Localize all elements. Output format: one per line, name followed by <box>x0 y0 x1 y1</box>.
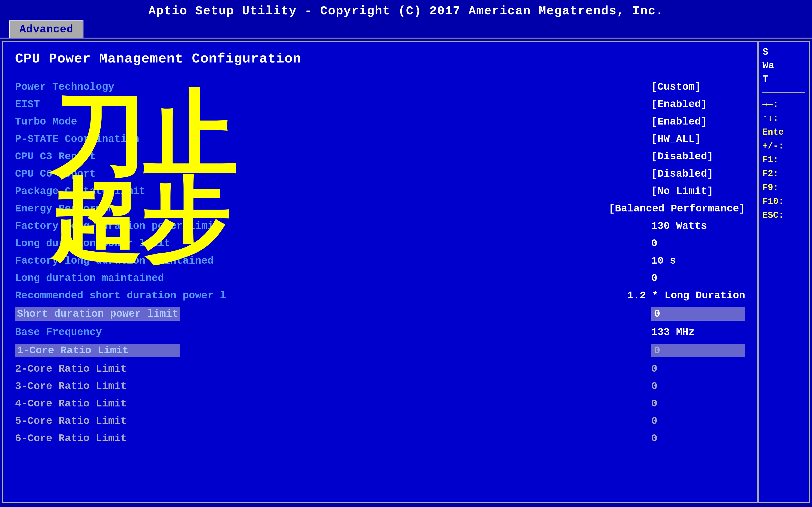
setting-value: 0 <box>651 272 745 284</box>
setting-label: Turbo Mode <box>15 116 180 127</box>
setting-label: 4-Core Ratio Limit <box>15 398 180 409</box>
sidebar-header2: Wa <box>762 60 805 71</box>
setting-label: Long duration power limit <box>15 237 180 249</box>
setting-value: 130 Watts <box>651 220 745 232</box>
tab-bar: Advanced <box>0 20 812 39</box>
key-name: +/-: <box>762 141 784 151</box>
table-row[interactable]: Recommended short duration power l 1.2 *… <box>15 287 745 304</box>
setting-value: 0 <box>651 237 745 249</box>
key-name: F9: <box>762 182 778 193</box>
setting-label: Power Technology <box>15 81 180 93</box>
setting-label: Factory long duration maintained <box>15 255 214 267</box>
table-row[interactable]: CPU C3 Report [Disabled] <box>15 148 745 165</box>
table-row[interactable]: EIST [Enabled] <box>15 96 745 113</box>
setting-value: [Balanced Performance] <box>609 203 745 215</box>
page-title: CPU Power Management Configuration <box>15 51 745 66</box>
sidebar-key-f2: F2: <box>762 169 805 179</box>
table-row[interactable]: 6-Core Ratio Limit 0 <box>15 430 745 447</box>
main-content: CPU Power Management Configuration 刀止 超步… <box>0 39 812 506</box>
table-row[interactable]: Factory long duration power limit 130 Wa… <box>15 217 745 235</box>
title-bar: Aptio Setup Utility - Copyright (C) 2017… <box>0 0 812 20</box>
sidebar-key-esc: ESC: <box>762 210 805 220</box>
key-name: Ente <box>762 127 784 137</box>
key-name: F2: <box>762 169 778 179</box>
table-row[interactable]: 5-Core Ratio Limit 0 <box>15 412 745 430</box>
setting-label: 2-Core Ratio Limit <box>15 363 180 375</box>
setting-label: Short duration power limit <box>15 307 180 321</box>
table-row[interactable]: P-STATE Coordination [HW_ALL] <box>15 130 745 148</box>
setting-label: Long duration maintained <box>15 272 180 284</box>
setting-label: Energy Performance <box>15 203 180 215</box>
sidebar-key-ud: ↑↓: <box>762 113 805 123</box>
sidebar-divider <box>762 92 805 93</box>
right-sidebar: S Wa T →←: ↑↓: Ente +/-: F1: F2: F9: F10… <box>758 41 810 503</box>
setting-label: 5-Core Ratio Limit <box>15 415 180 427</box>
setting-label: CPU C3 Report <box>15 151 180 162</box>
center-panel: CPU Power Management Configuration 刀止 超步… <box>2 41 758 503</box>
setting-value: 0 <box>651 433 745 444</box>
setting-value: 0 <box>651 307 745 321</box>
key-name: F1: <box>762 155 778 165</box>
sidebar-key-f1: F1: <box>762 155 805 165</box>
setting-value: 0 <box>651 415 745 427</box>
setting-value: 1.2 * Long Duration <box>627 290 745 301</box>
sidebar-header3: T <box>762 74 805 85</box>
table-row[interactable]: 1-Core Ratio Limit 0 <box>15 341 745 360</box>
table-row[interactable]: Base Frequency 133 MHz <box>15 324 745 341</box>
key-name: ESC: <box>762 210 784 220</box>
table-row[interactable]: 2-Core Ratio Limit 0 <box>15 360 745 378</box>
setting-label: 3-Core Ratio Limit <box>15 380 180 392</box>
setting-value: [Disabled] <box>651 168 745 180</box>
setting-label: 6-Core Ratio Limit <box>15 433 180 444</box>
sidebar-key-f9: F9: <box>762 182 805 193</box>
table-row[interactable]: CPU C6 report [Disabled] <box>15 165 745 182</box>
key-name: ↑↓: <box>762 113 778 123</box>
sidebar-key-nav: →←: <box>762 99 805 110</box>
setting-value: 10 s <box>651 255 745 267</box>
setting-value: 133 MHz <box>651 326 745 338</box>
setting-label: Factory long duration power limit <box>15 220 220 232</box>
table-row[interactable]: 4-Core Ratio Limit 0 <box>15 395 745 412</box>
setting-value: [Custom] <box>651 81 745 93</box>
setting-label: P-STATE Coordination <box>15 133 180 145</box>
title-text: Aptio Setup Utility - Copyright (C) 2017… <box>148 4 664 18</box>
setting-label: Base Frequency <box>15 326 180 338</box>
setting-value: [Disabled] <box>651 151 745 162</box>
setting-value: 0 <box>651 363 745 375</box>
setting-label: 1-Core Ratio Limit <box>15 344 180 357</box>
setting-label: EIST <box>15 99 180 110</box>
table-row[interactable]: Package C State limit [No Limit] <box>15 182 745 200</box>
table-row[interactable]: Long duration maintained 0 <box>15 270 745 287</box>
table-row[interactable]: Power Technology [Custom] <box>15 78 745 96</box>
sidebar-header1: S <box>762 47 805 58</box>
table-row[interactable]: Long duration power limit 0 <box>15 235 745 252</box>
setting-value: [Enabled] <box>651 99 745 110</box>
setting-label: CPU C6 report <box>15 168 180 180</box>
table-row[interactable]: Short duration power limit 0 <box>15 304 745 324</box>
key-name: →←: <box>762 99 778 110</box>
setting-value: [HW_ALL] <box>651 133 745 145</box>
table-row[interactable]: Energy Performance [Balanced Performance… <box>15 200 745 217</box>
sidebar-key-enter: Ente <box>762 127 805 137</box>
sidebar-key-plusminus: +/-: <box>762 141 805 151</box>
table-row[interactable]: Turbo Mode [Enabled] <box>15 113 745 130</box>
setting-label: Package C State limit <box>15 185 180 197</box>
settings-table: Power Technology [Custom] EIST [Enabled]… <box>15 78 745 447</box>
setting-value: 0 <box>651 380 745 392</box>
sidebar-key-f10: F10: <box>762 196 805 207</box>
key-name: F10: <box>762 196 784 207</box>
setting-value: 0 <box>651 398 745 409</box>
setting-value: [Enabled] <box>651 116 745 127</box>
tab-advanced[interactable]: Advanced <box>9 20 84 38</box>
setting-label: Recommended short duration power l <box>15 290 226 301</box>
setting-value: 0 <box>651 344 745 357</box>
table-row[interactable]: Factory long duration maintained 10 s <box>15 252 745 270</box>
setting-value: [No Limit] <box>651 185 745 197</box>
table-row[interactable]: 3-Core Ratio Limit 0 <box>15 378 745 395</box>
